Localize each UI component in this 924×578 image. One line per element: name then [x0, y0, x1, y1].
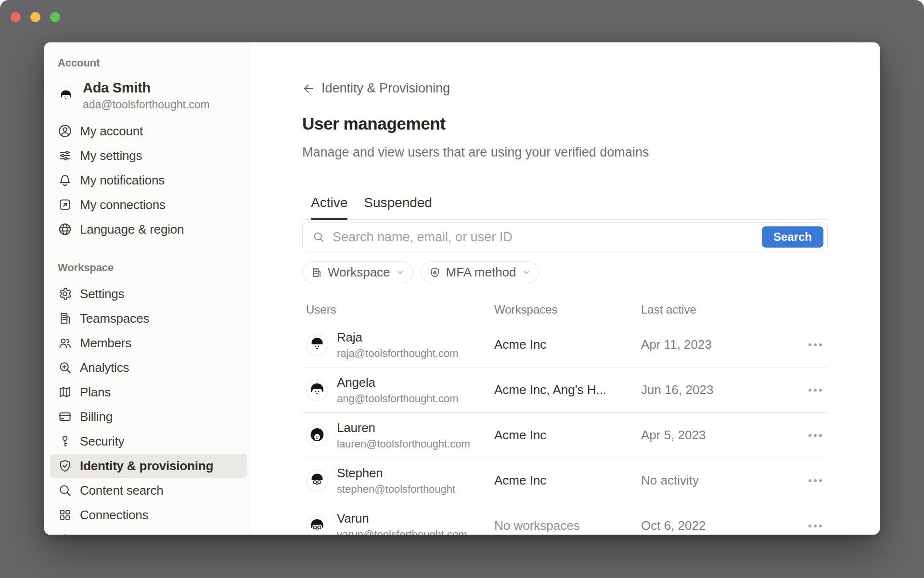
sidebar-item-language-region[interactable]: Language & region [50, 217, 247, 241]
filter-chip-label: Workspace [328, 265, 390, 280]
person-circle-icon [58, 124, 72, 138]
desktop-background: Account Ada Smith ada@toolsforthought.co… [0, 0, 924, 578]
user-management-panel: Identity & Provisioning User management … [250, 42, 880, 535]
last-active-cell: Jun 16, 2023 [641, 382, 799, 397]
user-row-stephen[interactable]: Stephenstephen@toolsforthoughtAcme IncNo… [302, 458, 828, 503]
shield-lock-icon [429, 266, 441, 278]
sidebar-item-my-account[interactable]: My account [50, 119, 247, 143]
bell-icon [58, 173, 72, 187]
settings-sidebar: Account Ada Smith ada@toolsforthought.co… [44, 42, 250, 535]
key-icon [58, 434, 72, 448]
user-row-email: lauren@toolsforthought.com [337, 438, 470, 450]
minimize-button[interactable] [30, 12, 40, 22]
shield-check-icon [58, 459, 72, 473]
zoom-button[interactable] [50, 12, 60, 22]
sidebar-item-label: Settings [80, 287, 124, 302]
user-row-lauren[interactable]: Laurenlauren@toolsforthought.comAcme Inc… [302, 413, 828, 458]
user-row-angela[interactable]: Angelaang@toolsforthought.comAcme Inc, A… [302, 368, 828, 413]
user-row-name: Varun [337, 511, 467, 526]
ellipsis-icon [808, 343, 811, 346]
globe-icon [58, 222, 72, 236]
user-row-email: ang@toolsforthought.com [337, 393, 458, 405]
sidebar-item-security[interactable]: Security [50, 429, 247, 453]
filter-chip-mfa-method[interactable]: MFA method [421, 261, 539, 283]
gear-icon [58, 287, 72, 301]
search-input[interactable] [332, 229, 762, 245]
sliders-icon [58, 148, 72, 163]
sidebar-item-members[interactable]: Members [50, 331, 247, 355]
avatar [306, 379, 328, 401]
sidebar-item-label: Plans [80, 385, 111, 400]
row-menu-button[interactable] [799, 434, 828, 437]
current-user: Ada Smith ada@toolsforthought.com [57, 80, 247, 111]
filter-bar: WorkspaceMFA method [302, 261, 828, 283]
user-row-email: varun@toolsforthought.com [337, 528, 467, 535]
sidebar-item-label: Analytics [80, 360, 129, 375]
sidebar-item-connections[interactable]: Connections [50, 503, 247, 527]
sidebar-item-identity-provisioning[interactable]: Identity & provisioning [50, 454, 247, 478]
user-row-name: Raja [337, 330, 458, 345]
sidebar-item-my-settings[interactable]: My settings [50, 144, 247, 168]
ellipsis-icon [808, 389, 811, 392]
workspaces-cell: Acme Inc [494, 473, 641, 488]
user-cell: Rajaraja@toolsforthought.com [302, 330, 494, 360]
tab-active[interactable]: Active [311, 195, 347, 219]
close-button[interactable] [11, 12, 21, 22]
window-controls [11, 12, 60, 22]
tab-suspended[interactable]: Suspended [364, 195, 432, 219]
users-table: UsersWorkspacesLast active Rajaraja@tool… [302, 297, 828, 535]
building-icon [310, 266, 322, 278]
sidebar-item-content-search[interactable]: Content search [50, 478, 247, 502]
back-link[interactable]: Identity & Provisioning [302, 81, 828, 96]
credit-card-icon [58, 409, 72, 424]
sidebar-item-billing[interactable]: Billing [50, 405, 247, 429]
sidebar-item-my-connections[interactable]: My connections [50, 193, 247, 217]
user-cell: Varunvarun@toolsforthought.com [302, 511, 494, 535]
workspace-menu: SettingsTeamspacesMembersAnalyticsPlansB… [44, 282, 250, 535]
download-icon [58, 532, 72, 535]
filter-chip-workspace[interactable]: Workspace [302, 261, 413, 283]
sidebar-item-label: Billing [80, 409, 113, 424]
sidebar-item-teamspaces[interactable]: Teamspaces [50, 306, 247, 330]
sidebar-item-analytics[interactable]: Analytics [50, 355, 247, 380]
last-active-cell: No activity [641, 473, 799, 488]
user-cell: Stephenstephen@toolsforthought [302, 466, 494, 496]
user-search-bar: Search [302, 223, 828, 251]
user-email: ada@toolsforthought.com [83, 98, 210, 111]
chevron-down-icon [396, 268, 405, 277]
column-header-last-active: Last active [641, 303, 799, 316]
row-menu-button[interactable] [799, 525, 828, 527]
column-header-workspaces: Workspaces [494, 303, 641, 316]
sidebar-item-import[interactable]: Import [50, 527, 247, 535]
account-section-label: Account [58, 57, 250, 69]
avatar [306, 334, 328, 356]
sidebar-item-label: Identity & provisioning [80, 459, 213, 473]
user-row-varun[interactable]: Varunvarun@toolsforthought.comNo workspa… [302, 503, 828, 535]
search-button[interactable]: Search [762, 226, 823, 248]
account-menu: My accountMy settingsMy notificationsMy … [44, 119, 250, 241]
page-title: User management [302, 114, 828, 133]
avatar [306, 470, 328, 492]
status-tabs: ActiveSuspended [302, 195, 828, 220]
settings-window: Account Ada Smith ada@toolsforthought.co… [44, 42, 880, 535]
row-menu-button[interactable] [799, 479, 828, 482]
sidebar-item-label: My account [80, 124, 143, 139]
row-menu-button[interactable] [799, 343, 828, 346]
user-row-raja[interactable]: Rajaraja@toolsforthought.comAcme IncApr … [302, 322, 828, 368]
user-cell: Angelaang@toolsforthought.com [302, 375, 494, 405]
row-menu-button[interactable] [799, 389, 828, 392]
sidebar-item-plans[interactable]: Plans [50, 380, 247, 404]
user-row-email: stephen@toolsforthought [337, 483, 455, 496]
user-row-name: Stephen [337, 466, 455, 481]
sidebar-item-my-notifications[interactable]: My notifications [50, 168, 247, 192]
filter-chip-label: MFA method [446, 265, 516, 280]
column-header-users: Users [302, 303, 494, 316]
sidebar-item-label: Members [80, 336, 131, 351]
sidebar-item-settings[interactable]: Settings [50, 282, 247, 306]
table-header: UsersWorkspacesLast active [302, 297, 828, 322]
user-row-name: Angela [337, 375, 458, 390]
sidebar-item-label: Connections [80, 508, 148, 523]
avatar [306, 424, 328, 447]
page-subtitle: Manage and view users that are using you… [302, 145, 828, 160]
map-icon [58, 385, 72, 399]
